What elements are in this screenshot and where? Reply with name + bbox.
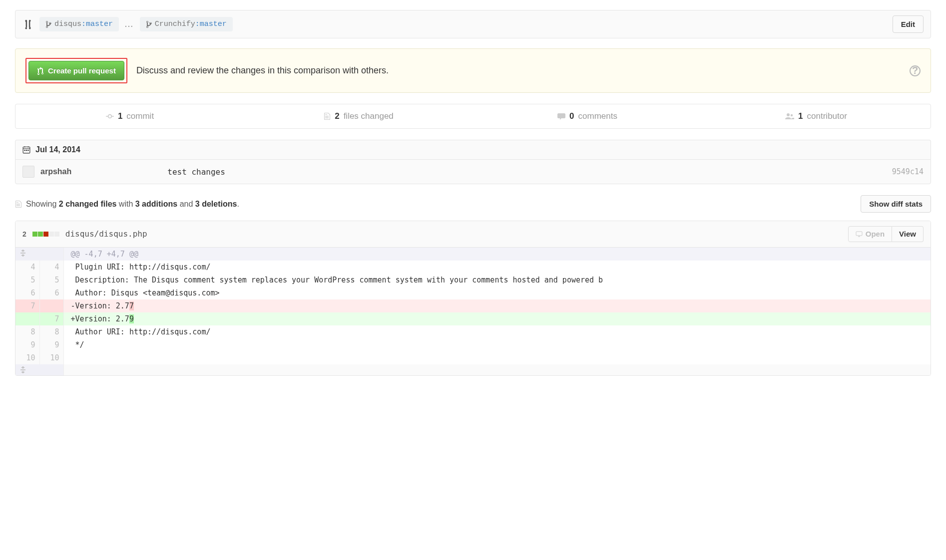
pr-banner: Create pull request Discuss and review t… — [15, 48, 931, 93]
help-icon[interactable]: ? — [910, 65, 921, 76]
svg-point-0 — [108, 115, 111, 118]
code-cell: -Version: 2.77 — [63, 299, 931, 312]
base-branch: master — [86, 20, 113, 28]
calendar-icon — [22, 146, 30, 154]
stat-files[interactable]: 2 files changed — [244, 104, 473, 128]
highlight-annotation: Create pull request — [25, 58, 127, 83]
line-number-new[interactable]: 5 — [39, 274, 63, 286]
diff-line: 7+Version: 2.79 — [15, 312, 931, 325]
commit-row[interactable]: arpshah test changes 9549c14 — [15, 159, 931, 184]
line-number-old[interactable]: 4 — [15, 261, 39, 274]
code-cell: Author URI: http://disqus.com/ — [63, 325, 931, 338]
code-cell: Plugin URI: http://disqus.com/ — [63, 261, 931, 274]
line-number-old[interactable]: 5 — [15, 274, 39, 286]
code-cell: +Version: 2.79 — [63, 312, 931, 325]
stat-contributors[interactable]: 1 contributor — [702, 104, 931, 128]
contributors-count: 1 — [798, 111, 803, 121]
diff-line: 99 */ — [15, 338, 931, 351]
line-number-old[interactable]: 10 — [15, 351, 39, 364]
line-number-new[interactable]: 7 — [39, 312, 63, 325]
line-number-new[interactable]: 10 — [39, 351, 63, 364]
commit-author[interactable]: arpshah — [40, 167, 71, 176]
stats-row: 1 commit 2 files changed 0 comments 1 co… — [15, 104, 931, 129]
create-pull-request-button[interactable]: Create pull request — [28, 61, 124, 80]
show-diff-stats-button[interactable]: Show diff stats — [861, 195, 931, 213]
people-icon — [785, 113, 794, 120]
file-box: 2 disqus/disqus.php Open View @@ -4,7 + — [15, 221, 931, 376]
svg-rect-7 — [856, 232, 862, 236]
pr-banner-description: Discuss and review the changes in this c… — [136, 65, 389, 76]
compare-ellipsis: ... — [125, 20, 134, 28]
contributors-label: contributor — [807, 111, 847, 121]
pull-request-icon — [37, 67, 44, 75]
diff-summary-deletions: 3 deletions — [195, 200, 237, 208]
diff-line: 55 Description: The Disqus comment syste… — [15, 274, 931, 286]
line-number-new[interactable]: 6 — [39, 286, 63, 299]
compare-icon — [22, 19, 33, 30]
diff-blocks — [32, 232, 59, 237]
head-branch-selector[interactable]: Crunchify:master — [140, 17, 233, 31]
head-branch: master — [200, 20, 227, 28]
svg-rect-4 — [24, 150, 25, 151]
expand-row[interactable]: @@ -4,7 +4,7 @@ — [15, 248, 931, 261]
diff-file-icon — [15, 200, 22, 208]
line-number-new[interactable] — [39, 299, 63, 312]
svg-point-1 — [787, 113, 790, 116]
diff-summary-mid1: with — [116, 200, 135, 208]
commit-date-header: Jul 14, 2014 — [15, 140, 931, 159]
expand-row[interactable] — [15, 364, 931, 375]
open-file-button[interactable]: Open — [848, 226, 892, 242]
avatar — [22, 166, 34, 178]
commit-sha[interactable]: 9549c14 — [892, 167, 924, 176]
expand-icon — [19, 366, 59, 373]
line-number-old[interactable] — [15, 312, 39, 325]
diff-line: 44 Plugin URI: http://disqus.com/ — [15, 261, 931, 274]
base-repo: disqus — [54, 20, 81, 28]
commits-count: 1 — [118, 111, 122, 121]
diff-table: @@ -4,7 +4,7 @@44 Plugin URI: http://dis… — [15, 248, 931, 375]
svg-point-2 — [791, 114, 793, 116]
line-number-old[interactable]: 8 — [15, 325, 39, 338]
files-count: 2 — [335, 111, 339, 121]
file-change-count: 2 — [22, 230, 26, 238]
file-icon — [324, 112, 331, 120]
view-file-button[interactable]: View — [892, 226, 924, 242]
comment-icon — [557, 113, 565, 120]
line-number-old[interactable]: 6 — [15, 286, 39, 299]
commit-date: Jul 14, 2014 — [35, 145, 80, 154]
code-cell: Description: The Disqus comment system r… — [63, 274, 931, 286]
head-repo: Crunchify — [155, 20, 195, 28]
line-number-new[interactable]: 9 — [39, 338, 63, 351]
code-cell — [63, 351, 931, 364]
compare-bar: disqus:master ... Crunchify:master Edit — [15, 10, 931, 38]
base-branch-selector[interactable]: disqus:master — [39, 17, 119, 31]
line-number-new[interactable]: 4 — [39, 261, 63, 274]
svg-rect-6 — [27, 150, 28, 151]
diff-summary-mid2: and — [177, 200, 195, 208]
git-branch-icon — [146, 20, 152, 28]
expand-icon — [19, 250, 59, 257]
line-number-new[interactable]: 8 — [39, 325, 63, 338]
commit-message[interactable]: test changes — [167, 167, 225, 177]
stat-commits[interactable]: 1 commit — [15, 104, 244, 128]
line-number-old[interactable]: 7 — [15, 299, 39, 312]
stat-comments[interactable]: 0 comments — [473, 104, 702, 128]
line-number-old[interactable]: 9 — [15, 338, 39, 351]
diff-line: 66 Author: Disqus <team@disqus.com> — [15, 286, 931, 299]
code-cell: Author: Disqus <team@disqus.com> — [63, 286, 931, 299]
diff-summary-files: 2 changed files — [59, 200, 117, 208]
diff-summary-prefix: Showing — [26, 200, 59, 208]
diff-line: 88 Author URI: http://disqus.com/ — [15, 325, 931, 338]
commit-icon — [106, 113, 114, 119]
desktop-icon — [856, 231, 863, 237]
diff-summary-suffix: . — [237, 200, 239, 208]
code-cell: */ — [63, 338, 931, 351]
edit-button[interactable]: Edit — [893, 15, 924, 33]
svg-rect-5 — [26, 150, 27, 151]
files-label: files changed — [344, 111, 394, 121]
create-pr-label: Create pull request — [48, 66, 116, 75]
diff-summary-additions: 3 additions — [135, 200, 177, 208]
open-label: Open — [866, 230, 885, 238]
commits-label: commit — [126, 111, 154, 121]
file-name[interactable]: disqus/disqus.php — [65, 229, 147, 239]
